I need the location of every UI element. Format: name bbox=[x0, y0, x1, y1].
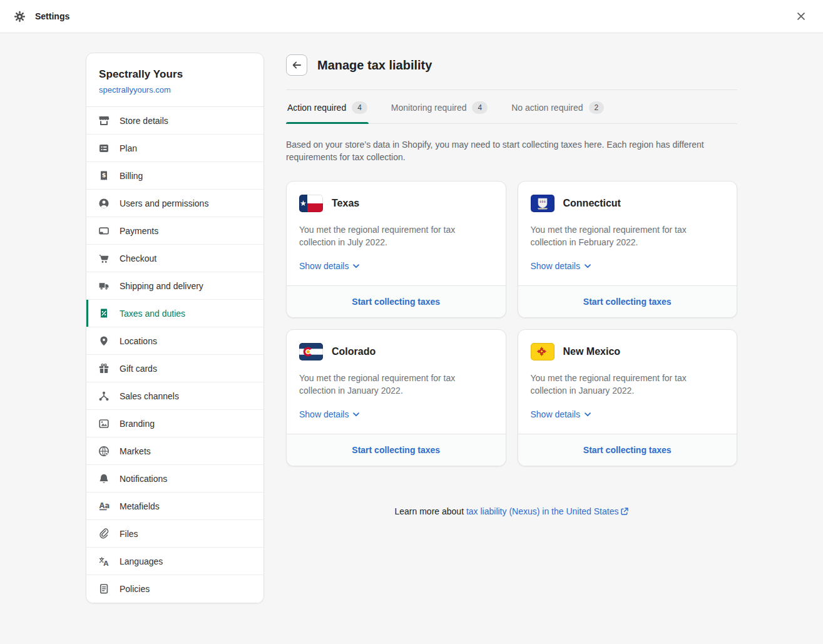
learn-more: Learn more about tax liability (Nexus) i… bbox=[286, 506, 737, 516]
sidebar-item-billing[interactable]: $ Billing bbox=[86, 162, 263, 190]
sidebar-item-taxes-and-duties[interactable]: Taxes and duties bbox=[86, 300, 263, 327]
checkout-cart-icon bbox=[98, 252, 110, 265]
sidebar-item-label: Plan bbox=[120, 143, 137, 153]
sidebar-item-label: Sales channels bbox=[120, 391, 179, 401]
tab-count-badge: 4 bbox=[352, 101, 367, 114]
sales-channels-icon bbox=[98, 390, 110, 402]
learn-more-link-label: tax liability (Nexus) in the United Stat… bbox=[466, 506, 619, 516]
tab-label: Action required bbox=[287, 103, 346, 113]
region-name: Connecticut bbox=[563, 198, 621, 209]
gear-icon bbox=[14, 11, 26, 23]
region-card-connecticut: Connecticut You met the regional require… bbox=[518, 181, 738, 318]
sidebar-item-label: Gift cards bbox=[120, 364, 157, 374]
page-header: Manage tax liability bbox=[286, 53, 737, 90]
branding-icon bbox=[98, 417, 110, 430]
close-icon bbox=[795, 11, 807, 22]
sidebar-item-markets[interactable]: Markets bbox=[86, 437, 263, 465]
sidebar-item-files[interactable]: Files bbox=[86, 520, 263, 548]
store-domain-link[interactable]: spectrallyyours.com bbox=[99, 85, 171, 95]
tab-count-badge: 2 bbox=[589, 101, 605, 114]
billing-icon: $ bbox=[98, 170, 110, 182]
sidebar-item-label: Billing bbox=[120, 171, 143, 181]
tax-liability-page: Manage tax liability Action required 4 M… bbox=[286, 53, 737, 603]
card-footer: Start collecting taxes bbox=[518, 434, 737, 466]
sidebar-item-label: Users and permissions bbox=[120, 198, 208, 208]
sidebar-item-store-details[interactable]: Store details bbox=[86, 107, 263, 135]
sidebar-item-label: Metafields bbox=[120, 501, 160, 511]
paperclip-icon bbox=[98, 528, 110, 540]
show-details-link[interactable]: Show details bbox=[531, 261, 591, 271]
sidebar-item-languages[interactable]: A Languages bbox=[86, 548, 263, 575]
tab-no-action-required[interactable]: No action required 2 bbox=[510, 90, 605, 123]
start-collecting-taxes-button[interactable]: Start collecting taxes bbox=[352, 297, 440, 307]
region-name: Colorado bbox=[332, 346, 376, 357]
globe-icon bbox=[98, 445, 110, 457]
sidebar-item-metafields[interactable]: Aa Metafields bbox=[86, 493, 263, 520]
region-requirement-text: You met the regional requirement for tax… bbox=[299, 223, 481, 248]
back-button[interactable] bbox=[286, 54, 307, 76]
gift-icon bbox=[98, 362, 110, 375]
region-requirement-text: You met the regional requirement for tax… bbox=[299, 372, 481, 397]
tab-monitoring-required[interactable]: Monitoring required 4 bbox=[390, 90, 489, 123]
region-card-texas: Texas You met the regional requirement f… bbox=[286, 181, 506, 318]
show-details-link[interactable]: Show details bbox=[531, 409, 591, 419]
external-link-icon bbox=[621, 508, 628, 515]
connecticut-flag-icon bbox=[531, 195, 555, 212]
tab-label: No action required bbox=[511, 103, 583, 113]
sidebar-item-label: Checkout bbox=[120, 253, 156, 263]
show-details-link[interactable]: Show details bbox=[299, 261, 359, 271]
sidebar-item-sales-channels[interactable]: Sales channels bbox=[86, 382, 263, 410]
region-card-new-mexico: New Mexico You met the regional requirem… bbox=[518, 329, 738, 466]
sidebar-item-label: Files bbox=[120, 529, 138, 539]
texas-flag-icon bbox=[299, 195, 323, 212]
show-details-label: Show details bbox=[299, 261, 349, 271]
show-details-label: Show details bbox=[531, 409, 580, 419]
colorado-flag-icon bbox=[299, 343, 323, 360]
sidebar-item-payments[interactable]: Payments bbox=[86, 217, 263, 245]
sidebar-item-label: Branding bbox=[120, 419, 155, 429]
settings-sidebar: Spectrally Yours spectrallyyours.com Sto… bbox=[86, 53, 264, 603]
sidebar-item-label: Markets bbox=[120, 446, 151, 456]
card-footer: Start collecting taxes bbox=[287, 285, 506, 317]
sidebar-item-branding[interactable]: Branding bbox=[86, 410, 263, 437]
sidebar-item-label: Locations bbox=[120, 336, 157, 346]
sidebar-item-notifications[interactable]: Notifications bbox=[86, 465, 263, 493]
sidebar-item-locations[interactable]: Locations bbox=[86, 327, 263, 355]
close-button[interactable] bbox=[793, 8, 809, 24]
sidebar-item-shipping-and-delivery[interactable]: Shipping and delivery bbox=[86, 272, 263, 300]
payments-icon bbox=[98, 225, 110, 237]
page-title: Manage tax liability bbox=[317, 58, 432, 73]
learn-more-prefix: Learn more about bbox=[395, 506, 466, 516]
tab-action-required[interactable]: Action required 4 bbox=[286, 90, 369, 123]
tab-count-badge: 4 bbox=[472, 101, 488, 114]
sidebar-item-label: Store details bbox=[120, 116, 168, 126]
sidebar-item-policies[interactable]: Policies bbox=[86, 575, 263, 603]
sidebar-item-checkout[interactable]: Checkout bbox=[86, 245, 263, 272]
region-name: New Mexico bbox=[563, 346, 621, 357]
sidebar-item-users-and-permissions[interactable]: Users and permissions bbox=[86, 190, 263, 217]
show-details-link[interactable]: Show details bbox=[299, 409, 359, 419]
store-header: Spectrally Yours spectrallyyours.com bbox=[86, 53, 263, 107]
start-collecting-taxes-button[interactable]: Start collecting taxes bbox=[352, 445, 440, 455]
card-footer: Start collecting taxes bbox=[287, 434, 506, 466]
tax-liability-learn-more-link[interactable]: tax liability (Nexus) in the United Stat… bbox=[466, 506, 629, 516]
sidebar-item-gift-cards[interactable]: Gift cards bbox=[86, 355, 263, 382]
topbar: Settings bbox=[0, 0, 823, 33]
sidebar-item-label: Languages bbox=[120, 556, 163, 566]
back-arrow-icon bbox=[290, 59, 303, 71]
sidebar-item-plan[interactable]: Plan bbox=[86, 135, 263, 162]
shipping-truck-icon bbox=[98, 280, 110, 292]
new-mexico-flag-icon bbox=[531, 343, 555, 360]
sidebar-item-label: Payments bbox=[120, 226, 158, 236]
bell-icon bbox=[98, 473, 110, 485]
start-collecting-taxes-button[interactable]: Start collecting taxes bbox=[583, 297, 672, 307]
location-pin-icon bbox=[98, 335, 110, 347]
region-cards: Texas You met the regional requirement f… bbox=[286, 181, 737, 466]
region-requirement-text: You met the regional requirement for tax… bbox=[531, 372, 712, 397]
region-card-colorado: Colorado You met the regional requiremen… bbox=[286, 329, 506, 466]
svg-text:$: $ bbox=[102, 171, 106, 178]
start-collecting-taxes-button[interactable]: Start collecting taxes bbox=[583, 445, 672, 455]
translate-icon: A bbox=[98, 555, 110, 568]
chevron-down-icon bbox=[353, 412, 359, 417]
svg-text:Aa: Aa bbox=[100, 501, 110, 509]
